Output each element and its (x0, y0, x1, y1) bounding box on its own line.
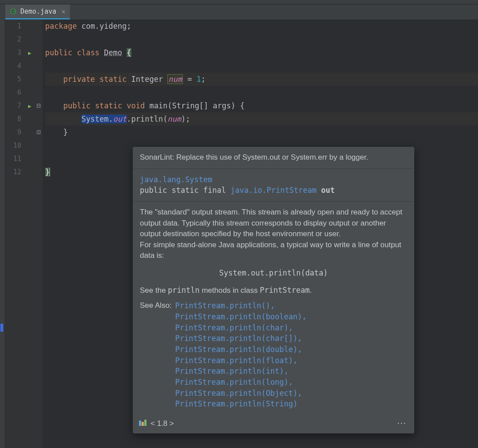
punct: . (127, 115, 131, 123)
line-number[interactable]: 9 (4, 126, 21, 139)
see-also-link[interactable]: PrintStream.println(long), (175, 377, 407, 388)
code-line-7[interactable]: public static void main(String[] args) { (45, 99, 478, 112)
see-also-link[interactable]: PrintStream.println(boolean), (175, 311, 407, 322)
keyword: public (63, 101, 90, 110)
editor: 123456789101112 ▶▶ ⊟⊡ package com.yideng… (0, 19, 478, 448)
module-icon (139, 418, 147, 429)
keyword: private (63, 75, 95, 84)
qualifier: System (81, 115, 108, 123)
param: args (213, 101, 231, 110)
punct: = (187, 75, 192, 84)
punct: ) (231, 101, 235, 110)
punct: ( (163, 115, 167, 123)
see-also-label: See Also: (140, 300, 172, 409)
editor-tab-bar: C Demo.java × (0, 4, 478, 19)
see-also-block: See Also: PrintStream.println(),PrintStr… (140, 300, 407, 409)
method: println (131, 115, 163, 123)
run-icon[interactable]: ▶ (28, 103, 31, 109)
code-line-4[interactable] (45, 59, 478, 73)
line-number[interactable]: 4 (4, 59, 21, 73)
code-line-5[interactable]: private static Integer num = 1; (45, 73, 478, 86)
see-also-list: PrintStream.println(),PrintStream.printl… (175, 300, 407, 409)
type: Integer (131, 75, 163, 84)
close-icon[interactable]: × (62, 8, 65, 15)
line-number[interactable]: 5 (4, 73, 21, 86)
svg-rect-2 (139, 421, 141, 426)
punct: ; (185, 115, 190, 123)
fold-collapse-icon[interactable]: ⊟ (36, 101, 41, 110)
type: String[] (172, 101, 208, 110)
lint-warning-text: SonarLint: Replace this use of System.ou… (140, 153, 368, 161)
see-also-link[interactable]: PrintStream.println(char[]), (175, 333, 407, 344)
keyword: void (127, 101, 145, 110)
lint-warning: SonarLint: Replace this use of System.ou… (133, 147, 414, 169)
doc-code-sample: System.out.println(data) (140, 268, 407, 279)
see-also-link[interactable]: PrintStream.println(String) (175, 398, 407, 410)
see-also-link[interactable]: PrintStream.println(), (175, 300, 407, 311)
see-also-link[interactable]: PrintStream.println(float), (175, 355, 407, 366)
run-gutter[interactable]: ▶▶ (25, 19, 35, 448)
more-icon[interactable]: ⋮ (395, 419, 408, 429)
line-number[interactable]: 3 (4, 46, 21, 59)
field: out (113, 115, 127, 123)
see-also-link[interactable]: PrintStream.println(Object), (175, 388, 407, 399)
punct: ) (181, 115, 185, 123)
java-class-icon: C (10, 8, 17, 15)
svg-rect-3 (142, 422, 144, 426)
class-name: Demo (104, 48, 122, 57)
code-line-2[interactable] (45, 33, 478, 46)
see-also-link[interactable]: PrintStream.println(double), (175, 344, 407, 355)
fold-gutter[interactable]: ⊟⊡ (35, 19, 42, 448)
punct: ( (167, 101, 172, 110)
jdk-version-label[interactable]: < 1.8 > (150, 418, 174, 429)
see-also-link[interactable]: PrintStream.println(int), (175, 366, 407, 377)
keyword: package (45, 22, 77, 31)
sig-type-link[interactable]: java.io.PrintStream (231, 186, 316, 195)
package-name: com.yideng (81, 22, 127, 31)
line-number[interactable]: 2 (4, 33, 21, 46)
method: main (150, 101, 168, 110)
line-number[interactable]: 7 (4, 99, 21, 112)
punct: . (108, 115, 113, 123)
code-line-9[interactable]: } (45, 126, 478, 139)
run-icon[interactable]: ▶ (28, 50, 31, 56)
doc-body: The "standard" output stream. This strea… (133, 202, 414, 415)
number: 1 (197, 75, 201, 84)
doc-paragraph: The "standard" output stream. This strea… (140, 207, 407, 240)
fold-expand-icon[interactable]: ⊡ (36, 128, 41, 136)
line-number-gutter[interactable]: 123456789101112 (4, 19, 25, 448)
line-number[interactable]: 1 (4, 19, 21, 33)
code-line-1[interactable]: package com.yideng; (45, 19, 478, 33)
keyword: static (95, 101, 122, 110)
brace: } (63, 128, 68, 137)
vcs-marker (0, 324, 3, 332)
line-number[interactable]: 11 (4, 152, 21, 165)
brace: { (127, 48, 131, 57)
punct: ; (201, 75, 205, 84)
punct: ; (127, 22, 131, 31)
brace: { (240, 101, 244, 110)
see-also-link[interactable]: PrintStream.println(char), (175, 322, 407, 333)
fqcn-link[interactable]: java.lang.System (140, 175, 212, 184)
line-number[interactable]: 8 (4, 112, 21, 126)
keyword: public (45, 48, 72, 57)
line-number[interactable]: 12 (4, 165, 21, 179)
tab-filename: Demo.java (20, 8, 56, 15)
signature-block: java.lang.System public static final jav… (133, 169, 414, 202)
arg: num (167, 115, 181, 123)
svg-text:C: C (12, 9, 15, 14)
line-number[interactable]: 10 (4, 139, 21, 152)
code-line-8[interactable]: System.out.println(num); (45, 112, 478, 126)
editor-tab-demo[interactable]: C Demo.java × (5, 4, 70, 19)
line-number[interactable]: 6 (4, 86, 21, 99)
field: num (167, 74, 183, 84)
keyword: class (77, 48, 100, 57)
code-line-6[interactable] (45, 86, 478, 99)
documentation-popup[interactable]: SonarLint: Replace this use of System.ou… (133, 147, 414, 433)
editor-left-strip (0, 19, 4, 448)
sig-modifiers: public static final (140, 186, 231, 195)
code-line-3[interactable]: public class Demo { (45, 46, 478, 59)
keyword: static (100, 75, 127, 84)
brace: } (45, 168, 50, 176)
svg-rect-4 (144, 420, 146, 426)
